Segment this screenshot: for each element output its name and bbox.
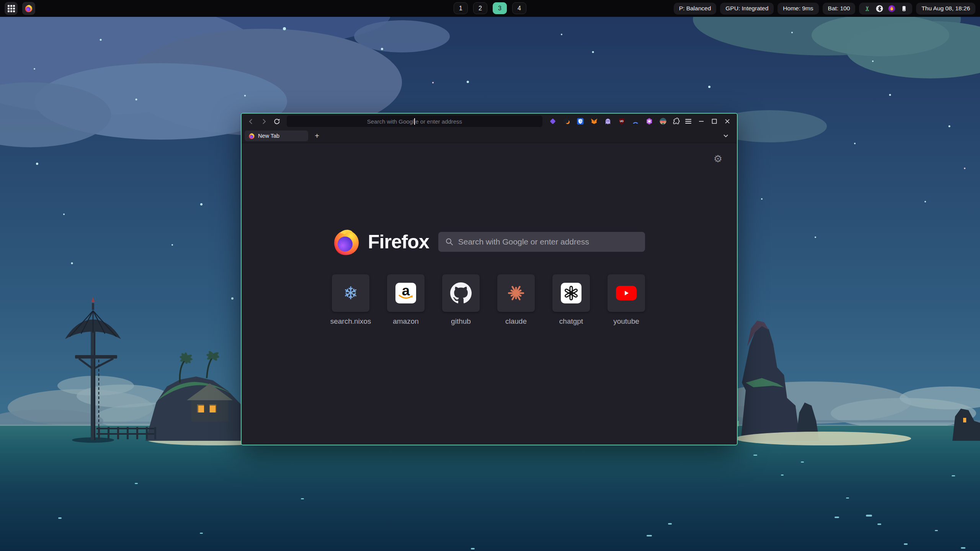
close-button[interactable] (722, 116, 733, 126)
workspace-2[interactable]: 2 (473, 2, 487, 14)
claude-starburst-icon (506, 283, 526, 303)
topbar-left (5, 2, 35, 15)
grid-apps-icon (8, 5, 15, 12)
firefox-logo (332, 227, 361, 256)
app-menu-button[interactable] (683, 116, 694, 127)
shortcut-tile-search-nixos[interactable]: ❄ (332, 274, 369, 312)
github-octocat-icon (450, 282, 472, 304)
screenshot-scissors-icon[interactable]: ✂ (864, 5, 871, 12)
hamburger-menu-icon (685, 118, 692, 124)
extensions-puzzle-button[interactable] (671, 116, 681, 126)
amazon-smile-arrow (395, 294, 416, 301)
url-placeholder-left: Search with Googl (367, 118, 414, 125)
maximize-button[interactable] (709, 116, 720, 126)
extension-ghostery-button[interactable] (603, 116, 613, 126)
top-status-bar: 1 2 3 4 P: Balanced GPU: Integrated Home… (0, 0, 980, 17)
extension-hexagon-button[interactable] (644, 116, 654, 126)
firefox-icon (24, 4, 33, 13)
firefox-window: Search with Google or enter address (241, 113, 738, 445)
newtab-search-input[interactable]: Search with Google or enter address (438, 232, 645, 252)
newtab-search-placeholder: Search with Google or enter address (458, 237, 589, 246)
chatgpt-icon (561, 283, 581, 303)
extension-dark-reader-button[interactable] (562, 116, 572, 126)
shortcut-tile-github[interactable] (442, 274, 480, 312)
svg-text:UO: UO (620, 120, 624, 122)
text-caret (414, 118, 415, 125)
shortcut-label: github (451, 317, 471, 326)
app-launcher-button[interactable] (5, 2, 18, 15)
firefox-wordmark: Firefox (368, 231, 429, 253)
workspace-3[interactable]: 3 (493, 2, 507, 14)
gpu-module[interactable]: GPU: Integrated (720, 3, 774, 15)
extension-metamask-button[interactable] (589, 116, 599, 126)
maximize-icon (712, 119, 717, 124)
extension-bitwarden-button[interactable] (575, 116, 585, 126)
tab-title: New Tab (258, 133, 279, 139)
minimize-button[interactable] (696, 116, 707, 126)
clock[interactable]: Thu Aug 08, 18:26 (916, 3, 975, 15)
amazon-icon: a (395, 283, 416, 303)
workspace-1[interactable]: 1 (454, 2, 468, 14)
newtab-hero: Firefox Search with Google or enter addr… (332, 227, 645, 256)
battery-module[interactable]: Bat: 100 (823, 3, 856, 15)
reload-button[interactable] (271, 116, 283, 127)
back-icon (247, 118, 255, 125)
shortcut-tile-amazon[interactable]: a (387, 274, 425, 312)
system-tray: ✂ (859, 3, 912, 15)
shortcut-label: youtube (613, 317, 639, 326)
extension-purple-diamond-button[interactable] (548, 116, 558, 126)
workspace-4[interactable]: 4 (512, 2, 526, 14)
topbar-right: P: Balanced GPU: Integrated Home: 9ms Ba… (674, 3, 975, 15)
shortcut-claude: claude (497, 274, 535, 326)
dark-reader-icon (563, 117, 570, 125)
shortcut-tiles: ❄ search.nixos a amazon (332, 274, 645, 326)
url-placeholder-right: e or enter address (415, 118, 462, 125)
shortcut-chatgpt: chatgpt (552, 274, 590, 326)
bluetooth-icon[interactable] (876, 5, 883, 12)
url-bar[interactable]: Search with Google or enter address (287, 116, 543, 127)
disguise-face-icon (659, 117, 667, 125)
forward-button[interactable] (258, 116, 270, 127)
tab-bar: New Tab + (242, 129, 737, 143)
ublock-shield-icon: UO (618, 117, 626, 125)
purple-hexagon-asterisk-icon (645, 117, 653, 125)
tab-new-tab[interactable]: New Tab (245, 130, 308, 141)
window-controls (696, 116, 733, 126)
new-tab-page: ⚙ Firefox Search with Google or enter ad… (242, 143, 737, 445)
shortcut-youtube: youtube (608, 274, 645, 326)
power-profile-module[interactable]: P: Balanced (674, 3, 717, 15)
shortcut-label: search.nixos (330, 317, 371, 326)
workspace-switcher: 1 2 3 4 (454, 2, 526, 14)
youtube-play-icon (616, 286, 637, 300)
puzzle-piece-icon (672, 117, 680, 125)
shortcut-amazon: a amazon (387, 274, 425, 326)
extension-vpn-button[interactable] (630, 116, 640, 126)
shortcut-tile-claude[interactable] (497, 274, 535, 312)
chevron-down-icon (722, 132, 729, 139)
nixos-snowflake-icon: ❄ (343, 284, 358, 302)
reload-icon (273, 118, 281, 125)
phone-tray-icon[interactable] (900, 5, 908, 12)
shortcut-tile-chatgpt[interactable] (552, 274, 590, 312)
ping-module[interactable]: Home: 9ms (777, 3, 818, 15)
search-icon (445, 238, 454, 246)
firefox-launcher-button[interactable] (22, 2, 35, 15)
back-button[interactable] (245, 116, 257, 127)
extension-buttons: UO (548, 116, 668, 126)
firefox-color-tray-icon[interactable] (888, 5, 895, 12)
new-tab-button[interactable]: + (312, 131, 322, 141)
metamask-fox-icon (590, 117, 598, 125)
shortcut-tile-youtube[interactable] (608, 274, 645, 312)
bitwarden-icon (577, 117, 584, 125)
extension-ublock-button[interactable]: UO (617, 116, 627, 126)
list-all-tabs-button[interactable] (721, 131, 731, 141)
browser-toolbar: Search with Google or enter address (242, 114, 737, 129)
tab-favicon-firefox-icon (248, 133, 255, 139)
minimize-icon (699, 119, 704, 124)
ghostery-ghost-icon (604, 117, 612, 125)
shortcut-label: claude (505, 317, 527, 326)
personalize-gear-icon[interactable]: ⚙ (714, 154, 722, 164)
close-icon (725, 119, 730, 124)
shortcut-label: amazon (393, 317, 419, 326)
extension-disguise-button[interactable] (658, 116, 668, 126)
